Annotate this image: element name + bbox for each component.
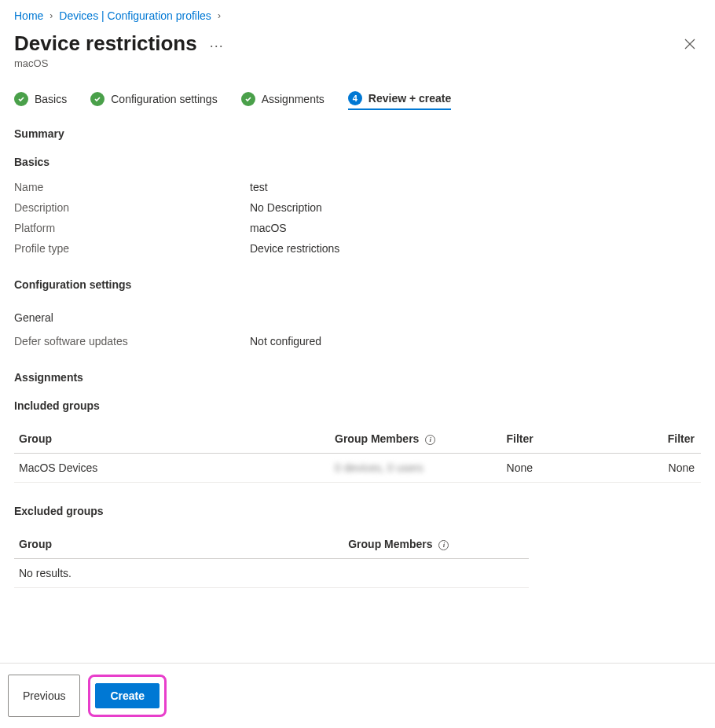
create-highlight: Create bbox=[88, 675, 167, 717]
col-filter: Filter bbox=[601, 425, 701, 454]
step-review-create[interactable]: 4 Review + create bbox=[348, 91, 451, 110]
summary-heading: Summary bbox=[14, 127, 701, 140]
kv-val: Not configured bbox=[250, 335, 321, 347]
kv-key: Name bbox=[14, 181, 250, 193]
excluded-groups-table: Group Group Members i No results. bbox=[14, 530, 529, 588]
check-icon bbox=[90, 92, 104, 106]
kv-defer-updates: Defer software updates Not configured bbox=[14, 335, 701, 347]
more-actions-button[interactable]: ··· bbox=[210, 39, 224, 53]
info-icon[interactable]: i bbox=[425, 435, 435, 445]
kv-key: Profile type bbox=[14, 242, 250, 255]
table-row: No results. bbox=[14, 559, 529, 588]
col-members: Group Members i bbox=[343, 530, 529, 559]
cell-filter: None bbox=[601, 454, 701, 483]
step-label: Review + create bbox=[368, 92, 451, 105]
previous-button[interactable]: Previous bbox=[8, 675, 80, 717]
chevron-right-icon: › bbox=[50, 10, 53, 21]
kv-key: Defer software updates bbox=[14, 335, 250, 347]
col-group: Group bbox=[14, 425, 330, 454]
cell-no-results: No results. bbox=[14, 559, 529, 588]
close-icon bbox=[684, 39, 695, 50]
included-groups-heading: Included groups bbox=[14, 399, 701, 412]
cell-filter: None bbox=[502, 454, 602, 483]
check-icon bbox=[14, 92, 28, 106]
check-icon bbox=[241, 92, 255, 106]
step-label: Basics bbox=[35, 93, 67, 105]
chevron-right-icon: › bbox=[218, 10, 221, 21]
create-button[interactable]: Create bbox=[95, 683, 160, 708]
kv-key: Description bbox=[14, 201, 250, 214]
step-number-icon: 4 bbox=[348, 91, 362, 105]
step-assignments[interactable]: Assignments bbox=[241, 92, 324, 109]
breadcrumb-home[interactable]: Home bbox=[14, 9, 43, 22]
kv-platform: Platform macOS bbox=[14, 222, 701, 234]
col-members: Group Members i bbox=[330, 425, 502, 454]
kv-val: Device restrictions bbox=[250, 242, 339, 255]
col-filter: Filter bbox=[502, 425, 602, 454]
step-config-settings[interactable]: Configuration settings bbox=[90, 92, 217, 109]
kv-description: Description No Description bbox=[14, 201, 701, 214]
info-icon[interactable]: i bbox=[438, 540, 449, 550]
kv-name: Name test bbox=[14, 181, 701, 193]
basics-heading: Basics bbox=[14, 156, 701, 168]
wizard-steps: Basics Configuration settings Assignment… bbox=[14, 91, 701, 110]
step-label: Configuration settings bbox=[111, 93, 217, 105]
col-group: Group bbox=[14, 530, 343, 559]
page-title: Device restrictions bbox=[14, 31, 197, 56]
close-button[interactable] bbox=[679, 33, 701, 55]
kv-profile-type: Profile type Device restrictions bbox=[14, 242, 701, 255]
step-basics[interactable]: Basics bbox=[14, 92, 67, 109]
config-settings-heading: Configuration settings bbox=[14, 278, 701, 291]
kv-key: Platform bbox=[14, 222, 250, 234]
cell-group: MacOS Devices bbox=[14, 454, 330, 483]
kv-val: test bbox=[250, 181, 268, 193]
excluded-groups-heading: Excluded groups bbox=[14, 505, 701, 517]
assignments-heading: Assignments bbox=[14, 371, 701, 384]
page-subtitle: macOS bbox=[14, 57, 701, 69]
breadcrumb-devices[interactable]: Devices | Configuration profiles bbox=[59, 9, 211, 22]
kv-val: No Description bbox=[250, 201, 322, 214]
footer: Previous Create bbox=[0, 663, 715, 728]
breadcrumb: Home › Devices | Configuration profiles … bbox=[14, 9, 701, 22]
table-row: MacOS Devices 0 devices, 0 users None No… bbox=[14, 454, 701, 483]
kv-val: macOS bbox=[250, 222, 287, 234]
general-sub-heading: General bbox=[14, 311, 701, 324]
cell-members: 0 devices, 0 users bbox=[330, 454, 502, 483]
step-label: Assignments bbox=[262, 93, 324, 105]
included-groups-table: Group Group Members i Filter Filter MacO… bbox=[14, 425, 701, 483]
